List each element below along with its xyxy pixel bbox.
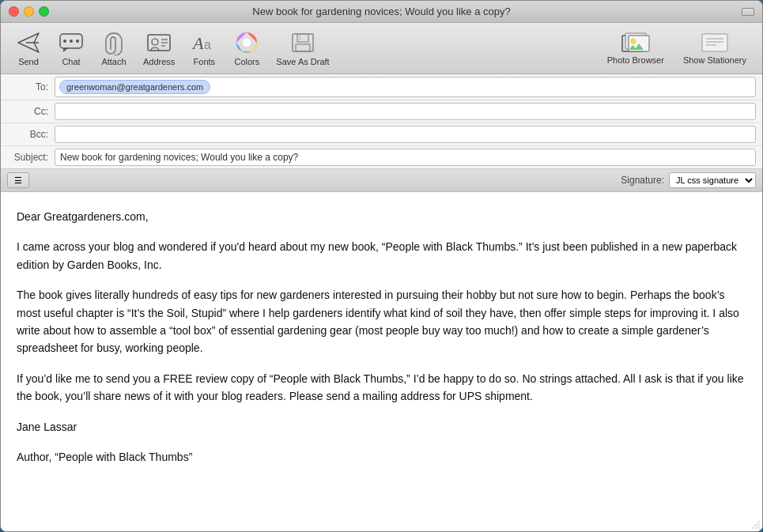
cc-row: Cc: [1,100,762,123]
address-icon [146,30,172,55]
cc-label: Cc: [7,106,55,117]
body-paragraph-3: The book gives literally hundreds of eas… [17,286,746,357]
format-button[interactable]: ☰ [7,172,29,188]
signature-label: Signature: [621,175,664,186]
to-row: To: greenwoman@greatgardeners.com [1,74,762,100]
body-paragraph-2: I came across your blog and wondered if … [17,238,746,274]
subject-label: Subject: [7,152,55,163]
svg-text:A: A [191,33,204,53]
bcc-input[interactable] [55,126,756,143]
close-button[interactable] [9,6,19,17]
colors-label: Colors [234,57,259,66]
save-as-draft-button[interactable]: Save As Draft [270,27,335,70]
resize-handle[interactable] [750,519,762,531]
to-input-wrapper[interactable]: greenwoman@greatgardeners.com [55,77,756,97]
colors-button[interactable]: Colors [227,27,266,70]
bcc-row: Bcc: [1,123,762,146]
window-title: New book for gardening novices; Would yo… [252,6,510,17]
show-stationery-button[interactable]: Show Stationery [675,28,754,68]
chat-button[interactable]: Chat [51,27,91,70]
subject-input[interactable] [55,149,756,166]
attach-icon [101,30,127,55]
address-button[interactable]: Address [137,27,181,70]
format-icon: ☰ [14,175,22,186]
svg-rect-18 [299,36,301,40]
subject-row: Subject: [1,146,762,168]
svg-point-14 [243,39,251,47]
svg-point-5 [76,40,79,43]
photo-browser-button[interactable]: Photo Browser [599,28,672,68]
main-window: New book for gardening novices; Would yo… [0,0,763,532]
attach-label: Attach [101,57,126,66]
signature-bar: ☰ Signature: JL css signature [1,169,762,192]
body-paragraph-5: Jane Lassar [17,418,746,436]
attach-button[interactable]: Attach [94,27,134,70]
fonts-icon: A a [191,30,217,55]
toolbar: Send Chat Attac [1,23,762,74]
send-label: Send [18,57,39,66]
email-body[interactable]: Dear Greatgardeners.com, I came across y… [1,192,762,531]
bcc-label: Bcc: [7,129,55,140]
send-button[interactable]: Send [9,27,48,70]
save-as-draft-icon [290,30,315,55]
save-as-draft-label: Save As Draft [276,57,329,66]
window-resize-icon [742,8,754,16]
chat-label: Chat [62,57,80,66]
title-bar: New book for gardening novices; Would yo… [1,1,762,23]
svg-rect-23 [702,34,727,51]
toolbar-right: Photo Browser Show Stationery [599,28,754,68]
svg-point-22 [631,39,636,43]
header-fields: To: greenwoman@greatgardeners.com Cc: Bc… [1,74,762,169]
svg-rect-17 [296,44,310,51]
fonts-button[interactable]: A a Fonts [184,27,224,70]
svg-point-7 [152,39,158,45]
send-icon [16,30,41,55]
photo-browser-label: Photo Browser [607,55,664,65]
fonts-label: Fonts [194,57,216,66]
colors-icon [234,30,259,55]
cc-input[interactable] [55,103,756,120]
body-paragraph-4: If you’d like me to send you a FREE revi… [17,370,746,406]
signature-select[interactable]: JL css signature [669,172,756,188]
traffic-lights [9,6,49,17]
minimize-button[interactable] [24,6,34,17]
svg-point-3 [63,40,66,43]
svg-text:a: a [204,38,211,51]
to-label: To: [7,81,55,92]
chat-icon [59,30,84,55]
body-paragraph-6: Author, “People with Black Thumbs” [17,448,746,466]
body-paragraph-1: Dear Greatgardeners.com, [17,208,746,225]
photo-browser-icon [621,32,650,54]
to-chip: greenwoman@greatgardeners.com [59,80,210,94]
address-label: Address [143,57,175,66]
svg-line-29 [758,527,760,529]
svg-point-4 [70,40,73,43]
show-stationery-icon [701,32,729,54]
maximize-button[interactable] [39,6,49,17]
show-stationery-label: Show Stationery [683,55,746,65]
